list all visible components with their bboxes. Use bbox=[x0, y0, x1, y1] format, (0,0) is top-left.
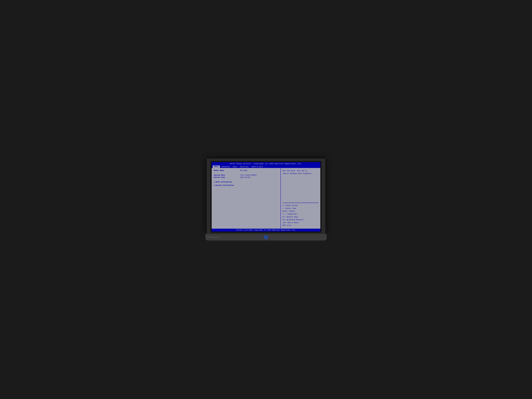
key-help-f1: F1: General Help bbox=[283, 216, 318, 219]
tab-advanced[interactable]: Advanced bbox=[220, 165, 231, 168]
tab-security[interactable]: Security bbox=[239, 165, 250, 168]
key-help-f10: F10: Save & Reset bbox=[283, 222, 318, 224]
system-time-value[interactable]: [00:23:06] bbox=[240, 176, 250, 178]
datetime-section: System Date [Thu 10/01/2009] System Time… bbox=[214, 174, 279, 178]
system-information-label: System Information bbox=[215, 184, 234, 186]
laptop-bottom: CYBERPOWERPC ⏻ bbox=[205, 234, 327, 241]
power-icon: ⏻ bbox=[265, 236, 267, 238]
sata-information-label: SATA Information bbox=[215, 181, 232, 183]
content-area: Model Name MS-16H5 System Date [Thu 10/0… bbox=[212, 168, 320, 229]
bios-title-bar: Aptio Setup Utility – Copyright (C) 2012… bbox=[212, 162, 320, 165]
model-name-value: MS-16H5 bbox=[240, 170, 247, 171]
key-help-f9: F9: Optimized Defaults bbox=[283, 219, 318, 222]
system-date-value[interactable]: [Thu 10/01/2009] bbox=[240, 174, 257, 176]
tab-main[interactable]: Main bbox=[213, 165, 220, 168]
system-date-label: System Date bbox=[214, 174, 240, 176]
key-help-select-item: ↕: Select Item bbox=[283, 207, 318, 210]
tab-save-exit[interactable]: Save & Exit bbox=[250, 165, 265, 168]
model-name-row: Model Name MS-16H5 bbox=[214, 170, 279, 171]
left-panel: Model Name MS-16H5 System Date [Thu 10/0… bbox=[212, 168, 281, 229]
right-panel: Set the Date. Use Tab toswitch between D… bbox=[281, 168, 320, 229]
key-help-enter: Enter: Select bbox=[283, 210, 318, 213]
bios-footer: Version 2.15.1236. Copyright (C) 2012 Am… bbox=[212, 229, 320, 232]
tab-boot[interactable]: Boot bbox=[231, 165, 239, 168]
help-text: Set the Date. Use Tab toswitch between D… bbox=[283, 170, 318, 203]
key-help-change-opt: +/-: Change Opt. bbox=[283, 213, 318, 216]
sata-arrow-icon: ► bbox=[214, 181, 215, 183]
key-help-select-screen: ⇄: Select Screen bbox=[283, 204, 318, 207]
brand-label: CYBERPOWERPC bbox=[207, 236, 219, 238]
system-date-row: System Date [Thu 10/01/2009] bbox=[214, 174, 279, 176]
key-help-section: ⇄: Select Screen ↕: Select Item Enter: S… bbox=[283, 204, 318, 227]
model-name-label: Model Name bbox=[214, 170, 240, 171]
system-information-item[interactable]: ► System Information bbox=[214, 184, 279, 186]
nav-bar: Main Advanced Boot Security Save & Exit bbox=[212, 165, 320, 168]
sata-information-item[interactable]: ► SATA Information bbox=[214, 181, 279, 183]
system-time-row: System Time [00:23:06] bbox=[214, 176, 279, 178]
power-button[interactable]: ⏻ bbox=[264, 235, 268, 239]
system-info-arrow-icon: ► bbox=[214, 185, 215, 186]
system-time-label: System Time bbox=[214, 176, 240, 178]
key-help-esc: ESC: Exit bbox=[283, 224, 318, 227]
